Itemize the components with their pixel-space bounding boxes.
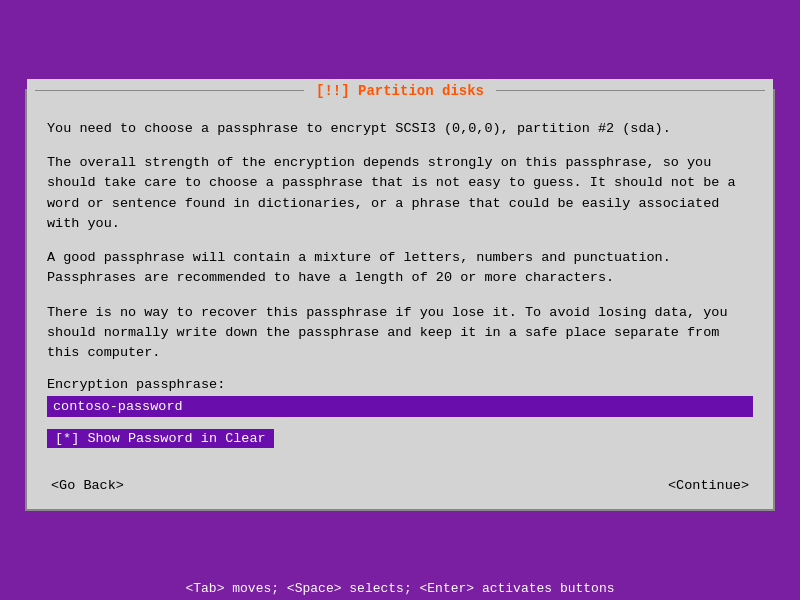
passphrase-input-row bbox=[47, 396, 753, 417]
paragraph-3: A good passphrase will contain a mixture… bbox=[47, 248, 753, 289]
dialog-title: [!!] Partition disks bbox=[312, 83, 488, 99]
passphrase-input[interactable] bbox=[47, 396, 753, 417]
paragraph-2: The overall strength of the encryption d… bbox=[47, 153, 753, 234]
paragraph-4: There is no way to recover this passphra… bbox=[47, 303, 753, 364]
encryption-label: Encryption passphrase: bbox=[47, 377, 753, 392]
screen: [!!] Partition disks You need to choose … bbox=[0, 0, 800, 600]
title-line-right bbox=[496, 90, 765, 91]
show-password-button-wrapper: [*] Show Password in Clear bbox=[47, 425, 753, 448]
dialog-title-bar: [!!] Partition disks bbox=[27, 79, 773, 103]
buttons-row: <Go Back> <Continue> bbox=[27, 464, 773, 509]
continue-button[interactable]: <Continue> bbox=[664, 476, 753, 495]
status-bar: <Tab> moves; <Space> selects; <Enter> ac… bbox=[0, 577, 800, 600]
title-line-left bbox=[35, 90, 304, 91]
paragraph-1: You need to choose a passphrase to encry… bbox=[47, 119, 753, 139]
dialog-box: [!!] Partition disks You need to choose … bbox=[25, 89, 775, 512]
go-back-button[interactable]: <Go Back> bbox=[47, 476, 128, 495]
dialog-content: You need to choose a passphrase to encry… bbox=[27, 103, 773, 465]
show-password-button[interactable]: [*] Show Password in Clear bbox=[47, 429, 274, 448]
